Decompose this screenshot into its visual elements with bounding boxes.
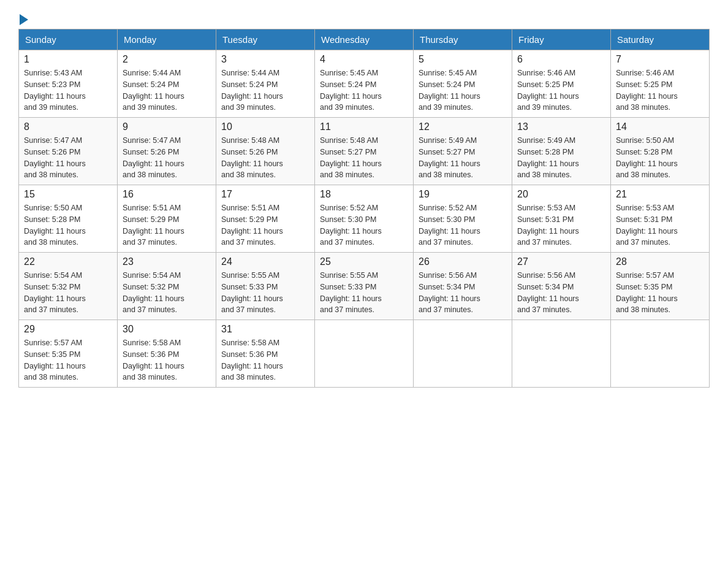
day-number: 16	[123, 189, 211, 200]
day-info: Sunrise: 5:51 AM Sunset: 5:29 PM Dayligh…	[221, 202, 309, 248]
calendar-cell: 29 Sunrise: 5:57 AM Sunset: 5:35 PM Dayl…	[19, 320, 118, 388]
calendar-cell: 20 Sunrise: 5:53 AM Sunset: 5:31 PM Dayl…	[512, 185, 611, 253]
calendar-cell	[512, 320, 611, 388]
day-info: Sunrise: 5:50 AM Sunset: 5:28 PM Dayligh…	[24, 202, 112, 248]
calendar-cell: 30 Sunrise: 5:58 AM Sunset: 5:36 PM Dayl…	[118, 320, 216, 388]
day-info: Sunrise: 5:46 AM Sunset: 5:25 PM Dayligh…	[517, 67, 605, 113]
calendar-cell: 16 Sunrise: 5:51 AM Sunset: 5:29 PM Dayl…	[118, 185, 216, 253]
day-number: 23	[123, 256, 211, 267]
calendar-week-row: 1 Sunrise: 5:43 AM Sunset: 5:23 PM Dayli…	[19, 50, 710, 118]
day-number: 28	[616, 256, 704, 267]
day-number: 25	[320, 256, 408, 267]
day-number: 21	[616, 189, 704, 200]
day-info: Sunrise: 5:52 AM Sunset: 5:30 PM Dayligh…	[419, 202, 507, 248]
day-info: Sunrise: 5:55 AM Sunset: 5:33 PM Dayligh…	[221, 270, 309, 316]
day-number: 27	[517, 256, 605, 267]
calendar-cell: 26 Sunrise: 5:56 AM Sunset: 5:34 PM Dayl…	[414, 253, 512, 320]
calendar-header-row: SundayMondayTuesdayWednesdayThursdayFrid…	[19, 29, 710, 50]
day-info: Sunrise: 5:52 AM Sunset: 5:30 PM Dayligh…	[320, 202, 408, 248]
day-number: 2	[123, 54, 211, 65]
calendar-cell: 9 Sunrise: 5:47 AM Sunset: 5:26 PM Dayli…	[118, 118, 216, 185]
calendar-cell: 28 Sunrise: 5:57 AM Sunset: 5:35 PM Dayl…	[611, 253, 710, 320]
day-info: Sunrise: 5:53 AM Sunset: 5:31 PM Dayligh…	[517, 202, 605, 248]
day-info: Sunrise: 5:48 AM Sunset: 5:27 PM Dayligh…	[320, 135, 408, 181]
day-number: 1	[24, 54, 112, 65]
calendar-cell: 10 Sunrise: 5:48 AM Sunset: 5:26 PM Dayl…	[216, 118, 315, 185]
calendar-cell: 3 Sunrise: 5:44 AM Sunset: 5:24 PM Dayli…	[216, 50, 315, 118]
calendar-cell	[414, 320, 512, 388]
day-header-sunday: Sunday	[19, 29, 118, 50]
day-number: 20	[517, 189, 605, 200]
calendar-cell: 2 Sunrise: 5:44 AM Sunset: 5:24 PM Dayli…	[118, 50, 216, 118]
day-header-tuesday: Tuesday	[216, 29, 315, 50]
calendar-cell: 8 Sunrise: 5:47 AM Sunset: 5:26 PM Dayli…	[19, 118, 118, 185]
day-info: Sunrise: 5:56 AM Sunset: 5:34 PM Dayligh…	[517, 270, 605, 316]
day-number: 4	[320, 54, 408, 65]
calendar-cell: 19 Sunrise: 5:52 AM Sunset: 5:30 PM Dayl…	[414, 185, 512, 253]
calendar-cell: 22 Sunrise: 5:54 AM Sunset: 5:32 PM Dayl…	[19, 253, 118, 320]
day-info: Sunrise: 5:46 AM Sunset: 5:25 PM Dayligh…	[616, 67, 704, 113]
day-info: Sunrise: 5:45 AM Sunset: 5:24 PM Dayligh…	[320, 67, 408, 113]
calendar-cell: 6 Sunrise: 5:46 AM Sunset: 5:25 PM Dayli…	[512, 50, 611, 118]
day-number: 9	[123, 121, 211, 132]
calendar-cell: 18 Sunrise: 5:52 AM Sunset: 5:30 PM Dayl…	[315, 185, 414, 253]
day-info: Sunrise: 5:55 AM Sunset: 5:33 PM Dayligh…	[320, 270, 408, 316]
day-header-friday: Friday	[512, 29, 611, 50]
calendar-cell: 25 Sunrise: 5:55 AM Sunset: 5:33 PM Dayl…	[315, 253, 414, 320]
calendar-cell: 23 Sunrise: 5:54 AM Sunset: 5:32 PM Dayl…	[118, 253, 216, 320]
calendar-cell: 4 Sunrise: 5:45 AM Sunset: 5:24 PM Dayli…	[315, 50, 414, 118]
day-number: 14	[616, 121, 704, 132]
day-number: 19	[419, 189, 507, 200]
day-info: Sunrise: 5:43 AM Sunset: 5:23 PM Dayligh…	[24, 67, 112, 113]
day-info: Sunrise: 5:47 AM Sunset: 5:26 PM Dayligh…	[24, 135, 112, 181]
day-number: 3	[221, 54, 309, 65]
page-header	[18, 12, 710, 23]
calendar-cell: 17 Sunrise: 5:51 AM Sunset: 5:29 PM Dayl…	[216, 185, 315, 253]
day-header-wednesday: Wednesday	[315, 29, 414, 50]
calendar-cell: 11 Sunrise: 5:48 AM Sunset: 5:27 PM Dayl…	[315, 118, 414, 185]
day-number: 6	[517, 54, 605, 65]
day-number: 29	[24, 324, 112, 335]
day-info: Sunrise: 5:58 AM Sunset: 5:36 PM Dayligh…	[221, 337, 309, 383]
day-number: 30	[123, 324, 211, 335]
day-info: Sunrise: 5:53 AM Sunset: 5:31 PM Dayligh…	[616, 202, 704, 248]
calendar-table: SundayMondayTuesdayWednesdayThursdayFrid…	[18, 29, 710, 388]
day-number: 17	[221, 189, 309, 200]
day-number: 24	[221, 256, 309, 267]
calendar-week-row: 29 Sunrise: 5:57 AM Sunset: 5:35 PM Dayl…	[19, 320, 710, 388]
day-number: 31	[221, 324, 309, 335]
day-info: Sunrise: 5:54 AM Sunset: 5:32 PM Dayligh…	[24, 270, 112, 316]
calendar-cell: 15 Sunrise: 5:50 AM Sunset: 5:28 PM Dayl…	[19, 185, 118, 253]
day-info: Sunrise: 5:45 AM Sunset: 5:24 PM Dayligh…	[419, 67, 507, 113]
day-header-thursday: Thursday	[414, 29, 512, 50]
calendar-cell: 1 Sunrise: 5:43 AM Sunset: 5:23 PM Dayli…	[19, 50, 118, 118]
calendar-cell: 7 Sunrise: 5:46 AM Sunset: 5:25 PM Dayli…	[611, 50, 710, 118]
day-info: Sunrise: 5:58 AM Sunset: 5:36 PM Dayligh…	[123, 337, 211, 383]
day-number: 10	[221, 121, 309, 132]
logo-general-text	[18, 15, 28, 25]
day-number: 26	[419, 256, 507, 267]
calendar-cell: 21 Sunrise: 5:53 AM Sunset: 5:31 PM Dayl…	[611, 185, 710, 253]
calendar-cell: 12 Sunrise: 5:49 AM Sunset: 5:27 PM Dayl…	[414, 118, 512, 185]
calendar-week-row: 22 Sunrise: 5:54 AM Sunset: 5:32 PM Dayl…	[19, 253, 710, 320]
day-info: Sunrise: 5:50 AM Sunset: 5:28 PM Dayligh…	[616, 135, 704, 181]
day-info: Sunrise: 5:51 AM Sunset: 5:29 PM Dayligh…	[123, 202, 211, 248]
day-info: Sunrise: 5:49 AM Sunset: 5:27 PM Dayligh…	[419, 135, 507, 181]
calendar-cell	[611, 320, 710, 388]
day-header-saturday: Saturday	[611, 29, 710, 50]
day-info: Sunrise: 5:57 AM Sunset: 5:35 PM Dayligh…	[616, 270, 704, 316]
day-info: Sunrise: 5:44 AM Sunset: 5:24 PM Dayligh…	[221, 67, 309, 113]
calendar-week-row: 8 Sunrise: 5:47 AM Sunset: 5:26 PM Dayli…	[19, 118, 710, 185]
day-number: 11	[320, 121, 408, 132]
day-info: Sunrise: 5:56 AM Sunset: 5:34 PM Dayligh…	[419, 270, 507, 316]
day-number: 12	[419, 121, 507, 132]
calendar-cell	[315, 320, 414, 388]
calendar-cell: 31 Sunrise: 5:58 AM Sunset: 5:36 PM Dayl…	[216, 320, 315, 388]
day-header-monday: Monday	[118, 29, 216, 50]
day-number: 15	[24, 189, 112, 200]
calendar-week-row: 15 Sunrise: 5:50 AM Sunset: 5:28 PM Dayl…	[19, 185, 710, 253]
logo-arrow-icon	[20, 14, 28, 25]
day-info: Sunrise: 5:54 AM Sunset: 5:32 PM Dayligh…	[123, 270, 211, 316]
calendar-cell: 24 Sunrise: 5:55 AM Sunset: 5:33 PM Dayl…	[216, 253, 315, 320]
calendar-cell: 13 Sunrise: 5:49 AM Sunset: 5:28 PM Dayl…	[512, 118, 611, 185]
